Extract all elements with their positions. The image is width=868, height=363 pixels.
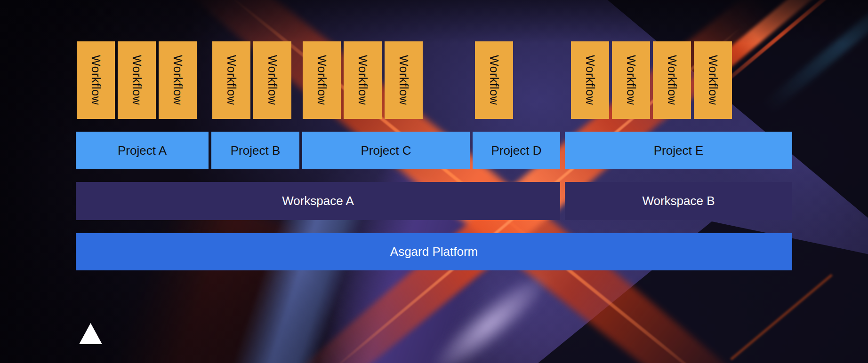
workflow-box: Workflow bbox=[653, 41, 691, 119]
workflow-group-project-e: WorkflowWorkflowWorkflowWorkflow bbox=[571, 41, 732, 119]
workflow-label: Workflow bbox=[315, 55, 329, 105]
workflow-label: Workflow bbox=[171, 55, 185, 105]
workflow-label: Workflow bbox=[265, 55, 279, 105]
workflow-label: Workflow bbox=[225, 55, 238, 105]
workflow-label: Workflow bbox=[583, 55, 597, 105]
platform-label: Asgard Platform bbox=[390, 245, 478, 259]
project-e-box: Project E bbox=[565, 132, 792, 169]
workflow-label: Workflow bbox=[89, 55, 103, 105]
workflow-label: Workflow bbox=[397, 55, 410, 105]
workflow-label: Workflow bbox=[665, 55, 679, 105]
project-d-label: Project D bbox=[491, 143, 542, 158]
asgard-architecture-diagram: WorkflowWorkflowWorkflow WorkflowWorkflo… bbox=[0, 0, 868, 363]
workspace-b-label: Workspace B bbox=[642, 194, 715, 208]
workspace-a-box: Workspace A bbox=[76, 182, 560, 220]
workflow-group-project-c: WorkflowWorkflowWorkflow bbox=[303, 41, 423, 119]
workflow-box: Workflow bbox=[475, 41, 513, 119]
workflow-box: Workflow bbox=[253, 41, 291, 119]
workflow-box: Workflow bbox=[694, 41, 732, 119]
workflow-box: Workflow bbox=[118, 41, 156, 119]
project-a-box: Project A bbox=[76, 132, 209, 169]
project-a-label: Project A bbox=[118, 143, 167, 158]
workflow-box: Workflow bbox=[385, 41, 423, 119]
project-e-label: Project E bbox=[654, 143, 704, 158]
workflow-label: Workflow bbox=[706, 55, 720, 105]
workflow-label: Workflow bbox=[130, 55, 144, 105]
project-b-label: Project B bbox=[231, 143, 281, 158]
workflow-box: Workflow bbox=[159, 41, 197, 119]
workflow-label: Workflow bbox=[356, 55, 370, 105]
workflow-box: Workflow bbox=[212, 41, 250, 119]
workflow-box: Workflow bbox=[571, 41, 609, 119]
workflow-label: Workflow bbox=[487, 55, 501, 105]
project-c-box: Project C bbox=[302, 132, 470, 169]
project-c-label: Project C bbox=[361, 143, 411, 158]
workflow-group-project-b: WorkflowWorkflow bbox=[212, 41, 291, 119]
workflow-group-project-d: Workflow bbox=[475, 41, 513, 119]
workflow-box: Workflow bbox=[344, 41, 382, 119]
workflow-box: Workflow bbox=[303, 41, 341, 119]
project-b-box: Project B bbox=[211, 132, 299, 169]
workflow-box: Workflow bbox=[612, 41, 650, 119]
workflow-group-project-a: WorkflowWorkflowWorkflow bbox=[77, 41, 197, 119]
workspace-b-box: Workspace B bbox=[565, 182, 792, 220]
workflow-label: Workflow bbox=[624, 55, 638, 105]
project-d-box: Project D bbox=[473, 132, 560, 169]
workspace-a-label: Workspace A bbox=[282, 194, 354, 208]
workflow-box: Workflow bbox=[77, 41, 115, 119]
platform-stack-diagram: WorkflowWorkflowWorkflow WorkflowWorkflo… bbox=[0, 0, 868, 363]
platform-box: Asgard Platform bbox=[76, 233, 792, 270]
